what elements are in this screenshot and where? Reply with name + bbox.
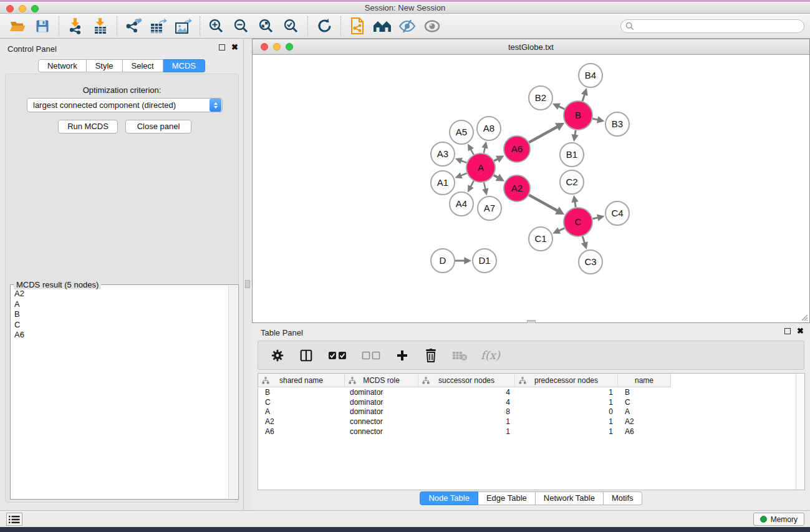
graph-edge[interactable] bbox=[575, 201, 576, 207]
toolbar-separator bbox=[307, 16, 308, 36]
function-builder-button[interactable]: f(x) bbox=[481, 349, 500, 362]
import-table-button[interactable] bbox=[88, 16, 113, 37]
delete-table-button[interactable] bbox=[452, 348, 467, 363]
tab-motifs[interactable]: Motifs bbox=[604, 491, 642, 505]
search-icon bbox=[625, 22, 634, 31]
graph-edge[interactable] bbox=[592, 218, 598, 219]
task-history-button[interactable] bbox=[6, 513, 22, 526]
open-session-from-ndex-button[interactable] bbox=[345, 16, 370, 37]
column-header-successor-nodes[interactable]: successor nodes bbox=[418, 374, 515, 387]
column-header-shared-name[interactable]: shared name bbox=[258, 374, 345, 387]
graph-edge[interactable] bbox=[529, 195, 557, 211]
criterion-value: largest connected component (directed) bbox=[27, 100, 210, 110]
run-mcds-button[interactable]: Run MCDS bbox=[58, 120, 118, 133]
graph-edge[interactable] bbox=[471, 181, 474, 186]
list-scrollbar[interactable] bbox=[228, 286, 238, 498]
create-column-button[interactable] bbox=[395, 348, 410, 363]
graph-node-label: B3 bbox=[612, 118, 623, 129]
table-row[interactable]: Bdominator41B bbox=[258, 387, 796, 397]
table-settings-button[interactable] bbox=[270, 348, 285, 363]
network-window-titlebar[interactable]: testGlobe.txt bbox=[253, 39, 809, 55]
float-panel-icon[interactable] bbox=[784, 328, 791, 334]
export-table-button[interactable] bbox=[146, 16, 171, 37]
deselect-all-columns-button[interactable] bbox=[361, 348, 381, 363]
mcds-result-title: MCDS result (5 nodes) bbox=[14, 280, 101, 289]
table-row[interactable]: A6connector11A6 bbox=[258, 427, 796, 437]
list-item[interactable]: A2 bbox=[12, 289, 226, 299]
table-row[interactable]: Cdominator41C bbox=[258, 397, 796, 407]
hide-graphics-details-button[interactable] bbox=[395, 16, 420, 37]
graph-edge[interactable] bbox=[461, 161, 466, 163]
list-item[interactable]: B bbox=[12, 309, 226, 320]
graph-edge[interactable] bbox=[484, 182, 485, 189]
resize-grip-icon[interactable] bbox=[800, 313, 808, 321]
list-item[interactable]: C bbox=[12, 320, 226, 331]
delete-column-button[interactable] bbox=[423, 348, 438, 363]
column-header-name[interactable]: name bbox=[618, 374, 671, 387]
graph-edge-arrowhead bbox=[597, 215, 605, 221]
zoom-selected-icon bbox=[283, 18, 299, 34]
tab-select[interactable]: Select bbox=[123, 59, 163, 72]
float-panel-icon[interactable] bbox=[219, 44, 225, 51]
tab-edge-table[interactable]: Edge Table bbox=[478, 491, 536, 505]
table-row[interactable]: A2connector11A2 bbox=[258, 417, 796, 427]
import-network-button[interactable] bbox=[63, 16, 88, 37]
zoom-selected-button[interactable] bbox=[279, 16, 304, 37]
tab-network[interactable]: Network bbox=[38, 59, 87, 72]
refresh-button[interactable] bbox=[312, 16, 337, 37]
tab-node-table[interactable]: Node Table bbox=[420, 491, 478, 505]
export-network-button[interactable] bbox=[121, 16, 146, 37]
houses-icon bbox=[373, 19, 392, 33]
select-all-columns-button[interactable] bbox=[327, 348, 347, 363]
graph-edge[interactable] bbox=[484, 147, 485, 153]
list-item[interactable]: A bbox=[12, 299, 226, 310]
show-column-panel-button[interactable] bbox=[299, 348, 314, 363]
zoom-in-button[interactable] bbox=[204, 16, 229, 37]
close-panel-icon[interactable]: ✖ bbox=[231, 44, 238, 51]
open-file-button[interactable] bbox=[5, 16, 30, 37]
list-item[interactable]: A6 bbox=[12, 330, 226, 341]
graph-edge[interactable] bbox=[494, 159, 498, 161]
close-panel-button[interactable]: Close panel bbox=[125, 120, 191, 133]
graph-node-label: A5 bbox=[456, 127, 467, 137]
toolbar-separator bbox=[200, 16, 200, 36]
network-graph[interactable]: B4B2BB3A5A8A6A3B1AA1C2A2A4A7C4CC1C3DD1 bbox=[253, 55, 809, 322]
close-panel-icon[interactable]: ✖ bbox=[797, 328, 804, 334]
graph-edge[interactable] bbox=[582, 94, 584, 101]
graph-node-label: A bbox=[478, 162, 484, 173]
graph-edge[interactable] bbox=[529, 127, 557, 142]
column-type-icon bbox=[349, 377, 356, 384]
show-graphics-details-button[interactable] bbox=[420, 16, 445, 37]
graph-edge[interactable] bbox=[582, 236, 584, 243]
zoom-fit-button[interactable] bbox=[254, 16, 279, 37]
column-header-mcds-role[interactable]: MCDS role bbox=[345, 374, 418, 387]
save-session-button[interactable] bbox=[30, 16, 55, 37]
graph-node-label: C2 bbox=[566, 177, 577, 187]
splitter-handle[interactable] bbox=[245, 280, 250, 288]
graph-edge[interactable] bbox=[471, 149, 474, 155]
table-scrollbar[interactable] bbox=[796, 374, 804, 490]
graph-edge[interactable] bbox=[494, 175, 498, 178]
tab-mcds[interactable]: MCDS bbox=[163, 59, 205, 72]
column-header-predecessor-nodes[interactable]: predecessor nodes bbox=[515, 374, 618, 387]
export-image-button[interactable] bbox=[171, 16, 196, 37]
table-row[interactable]: Adominator80A bbox=[258, 407, 796, 417]
tab-style[interactable]: Style bbox=[87, 59, 123, 72]
search-input[interactable] bbox=[637, 22, 804, 31]
graph-edge[interactable] bbox=[559, 228, 564, 231]
birds-eye-view-button[interactable] bbox=[370, 16, 395, 37]
memory-button[interactable]: Memory bbox=[753, 513, 804, 526]
tab-network-table[interactable]: Network Table bbox=[536, 491, 604, 505]
criterion-select[interactable]: largest connected component (directed) bbox=[27, 98, 223, 112]
graph-node-label: D1 bbox=[478, 255, 490, 266]
graph-edge[interactable] bbox=[559, 106, 565, 109]
graph-edge[interactable] bbox=[575, 130, 576, 135]
toolbar-search[interactable] bbox=[620, 19, 804, 33]
zoom-out-button[interactable] bbox=[229, 16, 254, 37]
memory-status-icon bbox=[760, 516, 767, 523]
graph-edge[interactable] bbox=[461, 173, 467, 176]
window-title: Session: New Session bbox=[0, 3, 810, 12]
network-canvas[interactable]: B4B2BB3A5A8A6A3B1AA1C2A2A4A7C4CC1C3DD1 bbox=[253, 55, 809, 322]
graph-edge[interactable] bbox=[592, 118, 598, 120]
trash-icon bbox=[425, 349, 437, 362]
